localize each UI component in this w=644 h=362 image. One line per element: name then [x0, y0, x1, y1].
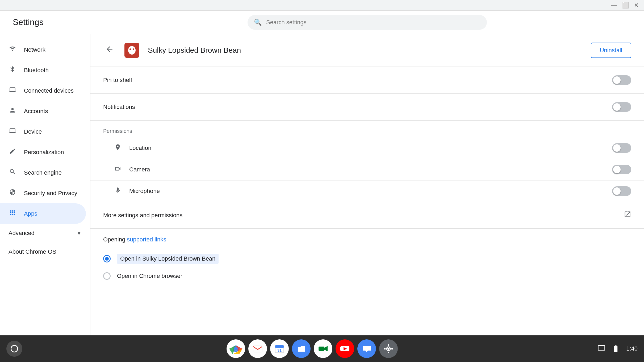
app-icon — [124, 43, 139, 58]
taskbar-app-calendar[interactable]: 31 — [270, 339, 289, 358]
microphone-knob — [613, 187, 621, 195]
sidebar-item-search-engine[interactable]: Search engine — [0, 162, 86, 183]
sidebar-label-security: Security and Privacy — [24, 190, 77, 197]
pin-to-shelf-label: Pin to shelf — [103, 77, 132, 84]
svg-point-6 — [234, 347, 238, 351]
supported-links-link[interactable]: supported links — [127, 236, 166, 243]
notifications-row: Notifications — [90, 94, 644, 121]
taskbar-app-meet[interactable] — [314, 339, 332, 358]
page-title: Settings — [13, 17, 103, 27]
microphone-toggle[interactable] — [612, 186, 631, 196]
expand-icon: ▼ — [76, 230, 82, 236]
sidebar-item-connected-devices[interactable]: Connected devices — [0, 80, 86, 101]
sidebar-item-bluetooth[interactable]: Bluetooth — [0, 60, 86, 80]
close-button[interactable]: ✕ — [634, 2, 639, 8]
header: Settings 🔍 — [0, 11, 644, 34]
more-settings-row[interactable]: More settings and permissions — [90, 202, 644, 229]
pin-to-shelf-knob — [613, 76, 621, 84]
open-in-chrome-radio[interactable] — [103, 272, 111, 280]
sidebar-item-apps[interactable]: Apps — [0, 203, 86, 224]
microphone-icon — [114, 187, 122, 196]
external-link-icon — [624, 211, 631, 220]
svg-rect-25 — [384, 348, 386, 349]
app-name: Sulky Lopsided Brown Bean — [148, 46, 582, 55]
svg-text:31: 31 — [277, 348, 282, 352]
uninstall-button[interactable]: Uninstall — [591, 43, 631, 58]
accounts-icon — [9, 107, 16, 116]
location-icon — [114, 144, 122, 153]
notifications-toggle[interactable] — [612, 102, 631, 112]
title-bar: — ⬜ ✕ — [0, 0, 644, 11]
microphone-label: Microphone — [129, 188, 605, 195]
location-label: Location — [129, 145, 605, 151]
bluetooth-icon — [9, 66, 16, 75]
open-in-chrome-option[interactable]: Open in Chrome browser — [103, 268, 631, 284]
sidebar-item-security[interactable]: Security and Privacy — [0, 183, 86, 203]
taskbar-app-youtube[interactable] — [336, 339, 354, 358]
svg-rect-11 — [275, 345, 284, 348]
svg-rect-8 — [253, 346, 262, 352]
launcher-icon — [11, 345, 18, 352]
search-engine-icon — [9, 168, 16, 177]
sidebar-label-device: Device — [24, 128, 42, 135]
open-in-app-radio[interactable] — [103, 255, 111, 262]
sidebar-item-network[interactable]: Network — [0, 39, 86, 60]
taskbar-app-files[interactable] — [292, 339, 311, 358]
open-in-app-option[interactable]: Open in Sulky Lopsided Brown Bean — [103, 249, 631, 268]
taskbar-app-messages[interactable] — [357, 339, 376, 358]
permissions-header: Permissions — [90, 121, 644, 137]
sidebar-label-about: About Chrome OS — [9, 248, 56, 255]
sidebar-label-personalization: Personalization — [24, 149, 64, 156]
more-settings-label: More settings and permissions — [103, 212, 182, 219]
svg-point-2 — [133, 48, 134, 50]
sidebar-item-personalization[interactable]: Personalization — [0, 142, 86, 162]
back-button[interactable] — [103, 43, 116, 58]
sidebar-item-device[interactable]: Device — [0, 121, 86, 142]
search-input[interactable] — [266, 19, 480, 26]
location-toggle[interactable] — [612, 143, 631, 153]
camera-row: Camera — [90, 159, 644, 180]
launcher-button[interactable] — [6, 341, 22, 357]
taskbar: 31 — [0, 335, 644, 362]
app-header: Sulky Lopsided Brown Bean Uninstall — [90, 34, 644, 67]
svg-point-22 — [387, 348, 390, 350]
open-in-chrome-label: Open in Chrome browser — [117, 273, 182, 279]
microphone-row: Microphone — [90, 180, 644, 202]
sidebar-label-accounts: Accounts — [24, 108, 48, 115]
search-bar[interactable]: 🔍 — [248, 15, 487, 30]
clock: 1:40 — [626, 345, 638, 352]
pin-to-shelf-row: Pin to shelf — [90, 67, 644, 94]
apps-icon — [9, 209, 16, 218]
personalization-icon — [9, 148, 16, 157]
pin-to-shelf-toggle[interactable] — [612, 75, 631, 85]
maximize-button[interactable]: ⬜ — [622, 2, 629, 8]
search-icon: 🔍 — [254, 19, 262, 26]
svg-point-0 — [128, 46, 136, 55]
notifications-label: Notifications — [103, 104, 135, 110]
minimize-button[interactable]: — — [611, 2, 617, 8]
tablet-icon — [597, 344, 605, 353]
sidebar-label-connected-devices: Connected devices — [24, 87, 74, 94]
svg-point-1 — [129, 48, 131, 50]
connected-devices-icon — [9, 86, 16, 95]
main-panel: Sulky Lopsided Brown Bean Uninstall Pin … — [90, 34, 644, 335]
svg-rect-16 — [319, 347, 324, 351]
svg-rect-26 — [391, 348, 393, 349]
taskbar-app-chrome[interactable] — [227, 339, 245, 358]
settings-window: Settings 🔍 Network Bluetooth — [0, 11, 644, 335]
network-icon — [9, 45, 16, 54]
sidebar-label-apps: Apps — [24, 210, 37, 217]
location-knob — [613, 144, 621, 152]
sidebar-item-accounts[interactable]: Accounts — [0, 101, 86, 121]
sidebar-label-network: Network — [24, 46, 45, 53]
opening-label: Opening supported links — [103, 236, 631, 243]
sidebar-label-bluetooth: Bluetooth — [24, 67, 49, 74]
battery-indicator — [612, 345, 620, 353]
camera-toggle[interactable] — [612, 165, 631, 174]
taskbar-app-settings[interactable] — [379, 339, 398, 358]
taskbar-app-gmail[interactable] — [248, 339, 267, 358]
sidebar-item-about[interactable]: About Chrome OS — [0, 242, 86, 261]
opening-section: Opening supported links Open in Sulky Lo… — [90, 229, 644, 291]
sidebar-item-advanced[interactable]: Advanced ▼ — [0, 224, 90, 242]
camera-icon — [114, 165, 122, 174]
